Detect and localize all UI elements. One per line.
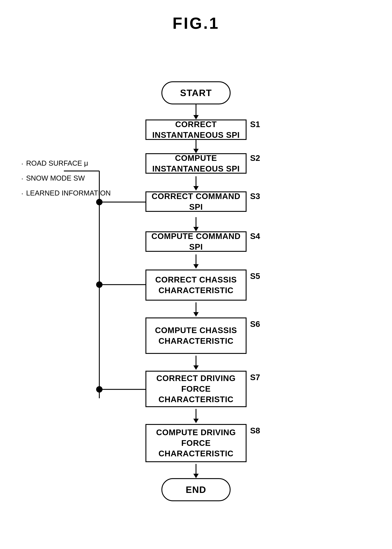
input-label-3: LEARNED INFORMATION [26,187,111,199]
input-label-2: SNOW MODE SW [26,172,85,184]
svg-marker-13 [193,365,199,370]
s8-box: COMPUTE DRIVING FORCE CHARACTERISTIC [146,424,246,462]
svg-marker-9 [193,264,199,269]
s8-label: S8 [250,426,260,435]
s7-label: S7 [250,373,260,382]
svg-marker-7 [193,227,199,231]
s3-box: CORRECT COMMAND SPI [146,191,246,212]
svg-marker-1 [193,115,199,120]
input-label-1: ROAD SURFACE μ [26,157,88,170]
end-oval: END [161,478,231,501]
s3-label: S3 [250,191,260,201]
input-labels: · ROAD SURFACE μ · SNOW MODE SW · LEARNE… [21,157,111,202]
s6-box: COMPUTE CHASSIS CHARACTERISTIC [146,318,246,354]
s2-box: COMPUTE INSTANTANEOUS SPI [146,153,246,174]
s1-box: CORRECT INSTANTANEOUS SPI [146,120,246,140]
s7-box: CORRECT DRIVING FORCE CHARACTERISTIC [146,371,246,407]
s4-label: S4 [250,231,260,241]
s4-box: COMPUTE COMMAND SPI [146,231,246,252]
bullet-1: · [21,157,23,170]
s6-label: S6 [250,319,260,329]
svg-marker-17 [193,474,199,478]
svg-marker-5 [193,186,199,190]
diagram-container: START CORRECT INSTANTANEOUS SPI S1 COMPU… [0,43,392,549]
svg-marker-15 [193,419,199,423]
s2-label: S2 [250,153,260,163]
s5-label: S5 [250,271,260,281]
svg-marker-3 [193,149,199,153]
svg-point-25 [96,386,103,393]
bullet-3: · [21,187,23,200]
svg-marker-11 [193,312,199,317]
svg-point-22 [96,282,103,288]
s1-label: S1 [250,120,260,129]
start-oval: START [161,81,231,104]
bullet-2: · [21,172,23,185]
page-title: FIG.1 [0,0,392,43]
s5-box: CORRECT CHASSIS CHARACTERISTIC [146,269,246,301]
